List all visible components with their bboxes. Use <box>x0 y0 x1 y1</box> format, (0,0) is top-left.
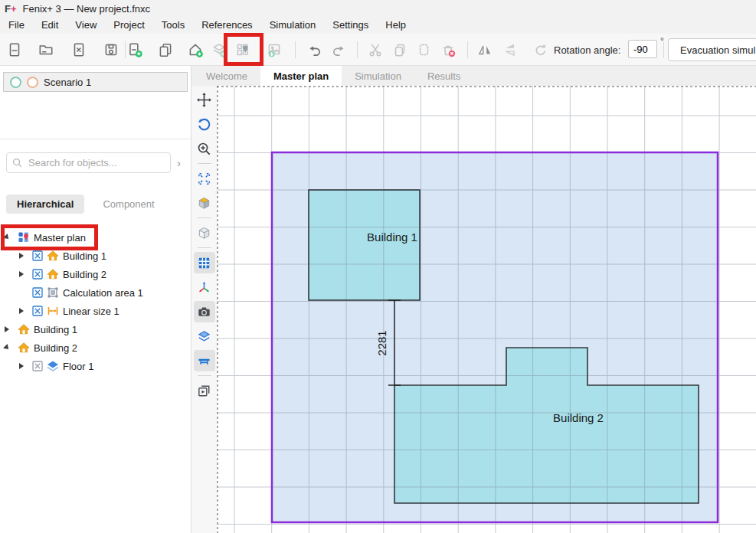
rotate-button[interactable] <box>529 38 551 61</box>
tab-welcome[interactable]: Welcome <box>193 66 260 86</box>
axes-toggle-button[interactable] <box>194 276 215 298</box>
dimension-value-label: 2281 <box>375 330 388 355</box>
scenario-status-circle-orange-icon <box>27 77 38 88</box>
window-title: Fenix+ 3 — New project.fnxc <box>23 3 151 15</box>
tree-item-building-2[interactable]: Building 2 <box>0 338 191 357</box>
menu-file[interactable]: File <box>0 17 33 34</box>
zoom-tool-button[interactable] <box>194 138 215 159</box>
tree-item-building-1[interactable]: Building 1 <box>0 247 191 265</box>
menu-view[interactable]: View <box>67 17 105 34</box>
visibility-checkbox[interactable] <box>32 269 47 280</box>
menu-help[interactable]: Help <box>377 17 414 34</box>
visibility-checkbox[interactable] <box>32 287 47 298</box>
rotate-view-tool-button[interactable] <box>194 113 215 135</box>
tree-item-linear-size-1[interactable]: Linear size 1 <box>0 302 191 320</box>
building-icon <box>18 323 34 335</box>
grid-toggle-button[interactable] <box>194 252 215 273</box>
3d-view-button[interactable] <box>194 192 215 214</box>
menu-edit[interactable]: Edit <box>33 17 67 34</box>
new-project-button[interactable] <box>3 38 26 61</box>
wireframe-view-button[interactable] <box>194 222 215 244</box>
scenario-status-circle-teal-icon <box>10 77 21 88</box>
toolbar-separator <box>467 41 468 58</box>
strip-separator <box>198 375 211 376</box>
building2-label: Building 2 <box>553 411 604 424</box>
calculation-area-icon <box>47 286 63 299</box>
tree-expander-icon[interactable] <box>19 362 32 370</box>
flip-vertical-button[interactable] <box>499 38 522 61</box>
open-project-button[interactable] <box>34 38 57 61</box>
fit-to-view-button[interactable] <box>194 168 215 189</box>
search-expand-chevron-icon[interactable]: › <box>171 152 187 173</box>
tree-expander-icon[interactable] <box>19 270 32 278</box>
furniture-button[interactable] <box>194 350 215 371</box>
building1-shape[interactable] <box>309 190 420 300</box>
rotation-angle-label: Rotation angle: <box>554 44 620 56</box>
tab-master-plan[interactable]: Master plan <box>260 66 342 86</box>
scenario-label: Scenario 1 <box>44 77 91 88</box>
tree-expander-icon[interactable] <box>5 344 18 352</box>
menu-references[interactable]: References <box>193 17 260 34</box>
undo-button[interactable] <box>303 38 326 61</box>
presentation-button[interactable] <box>194 380 215 401</box>
tree-expander-icon[interactable] <box>5 325 18 333</box>
delete-button[interactable] <box>437 38 460 61</box>
close-project-button[interactable] <box>67 38 90 61</box>
floor-icon <box>47 360 63 372</box>
import-background-image-button[interactable] <box>263 38 286 61</box>
canvas-tool-strip <box>191 86 217 533</box>
tab-component[interactable]: Component <box>103 198 154 210</box>
add-building-button[interactable] <box>184 38 207 61</box>
menu-project[interactable]: Project <box>105 17 152 34</box>
tab-simulation[interactable]: Simulation <box>342 66 414 86</box>
menu-simulation[interactable]: Simulation <box>261 17 325 34</box>
camera-button[interactable] <box>194 301 215 322</box>
tree-item-building-2[interactable]: Building 2 <box>0 265 191 283</box>
flip-horizontal-button[interactable] <box>473 38 496 61</box>
menu-tools[interactable]: Tools <box>153 17 193 34</box>
evacuation-simulation-button[interactable]: Evacuation simul <box>668 38 756 61</box>
tree-expander-icon[interactable] <box>19 307 32 315</box>
search-input[interactable] <box>27 156 165 169</box>
add-floor-button[interactable] <box>208 38 231 61</box>
evacuation-button-label: Evacuation simul <box>680 44 755 56</box>
toolbar-separator <box>357 41 358 58</box>
tree-expander-icon[interactable] <box>5 234 18 241</box>
visibility-checkbox[interactable] <box>32 306 47 316</box>
master-plan-canvas[interactable]: Building 1 Building 2 2281 <box>217 86 756 533</box>
tree-item-label: Building 1 <box>63 250 106 262</box>
tree-item-building-1[interactable]: Building 1 <box>0 320 191 338</box>
document-tab-bar: WelcomeMaster planSimulationResults <box>191 66 756 86</box>
add-master-plan-button[interactable] <box>231 38 254 61</box>
visibility-checkbox[interactable] <box>32 250 47 261</box>
main-toolbar: Rotation angle: ° Evacuation simul <box>0 34 756 66</box>
redo-button[interactable] <box>328 38 351 61</box>
tree-item-floor-1[interactable]: Floor 1 <box>0 357 191 375</box>
tree-expander-icon[interactable] <box>19 252 32 260</box>
copy-button[interactable] <box>388 38 411 61</box>
tree-item-master-plan[interactable]: Master plan <box>0 228 191 247</box>
building-icon <box>47 268 63 280</box>
scenario-list-item[interactable]: Scenario 1 <box>3 72 188 92</box>
tree-item-label: Linear size 1 <box>63 306 119 317</box>
tree-item-label: Building 1 <box>34 324 77 335</box>
save-project-button[interactable] <box>100 38 123 61</box>
visibility-checkbox[interactable] <box>32 361 47 371</box>
layers-button[interactable] <box>194 325 215 347</box>
tab-results[interactable]: Results <box>414 66 473 86</box>
add-scenario-button[interactable] <box>123 38 146 61</box>
search-icon <box>12 158 22 168</box>
rotation-angle-input[interactable] <box>628 40 657 58</box>
canvas-drawing: Building 1 Building 2 2281 <box>217 86 756 533</box>
cut-button[interactable] <box>364 38 387 61</box>
toolbar-separator <box>663 41 664 58</box>
master-plan-icon <box>18 231 34 244</box>
menu-settings[interactable]: Settings <box>324 17 377 34</box>
tab-hierarchical[interactable]: Hierarchical <box>6 195 84 214</box>
pan-tool-button[interactable] <box>194 89 215 110</box>
tree-item-label: Master plan <box>34 232 86 244</box>
search-input-container <box>6 152 171 173</box>
paste-button[interactable] <box>412 38 435 61</box>
tree-item-calculation-area-1[interactable]: Calculation area 1 <box>0 283 191 302</box>
copy-scenario-button[interactable] <box>154 38 177 61</box>
